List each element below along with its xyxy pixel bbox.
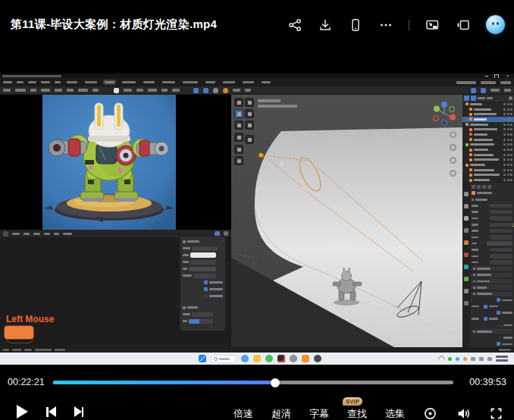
settings-icon[interactable] [423, 406, 437, 420]
decor-blob [498, 324, 502, 328]
outliner-row[interactable] [462, 162, 514, 168]
assistant-avatar[interactable] [486, 15, 505, 34]
outliner-row[interactable] [462, 107, 514, 112]
outliner-row[interactable] [462, 102, 514, 107]
property-tab-icon[interactable] [464, 216, 469, 221]
outliner-row[interactable] [462, 117, 514, 122]
taskbar-app-icon[interactable] [290, 355, 297, 362]
property-tab-icon[interactable] [464, 301, 469, 306]
fullscreen-icon[interactable] [489, 406, 503, 420]
phone-icon[interactable] [348, 17, 363, 33]
decor-blob [503, 158, 506, 161]
decor-blob [83, 80, 99, 85]
download-icon[interactable] [318, 17, 333, 33]
outliner-row[interactable] [462, 152, 514, 158]
speed-button[interactable]: 倍速 [233, 407, 253, 420]
viewport-tool-button[interactable] [234, 98, 243, 107]
outliner-row[interactable] [462, 111, 514, 117]
hand-icon[interactable] [450, 144, 456, 151]
outliner-panel [462, 95, 514, 182]
property-tab-icon[interactable] [464, 204, 469, 208]
windows-start-icon[interactable] [199, 355, 206, 362]
property-tab-icon[interactable] [464, 192, 469, 196]
nav-gizmo[interactable] [431, 101, 458, 127]
decor-blob [507, 118, 509, 121]
prev-icon[interactable] [46, 406, 56, 417]
popover-row [183, 318, 223, 324]
outliner-row[interactable] [462, 147, 514, 152]
decor-blob [203, 88, 208, 93]
viewport-tool-button[interactable] [234, 156, 243, 165]
decor-blob [474, 174, 500, 176]
taskbar-app-icon[interactable] [302, 355, 309, 362]
outliner-row[interactable] [462, 168, 514, 173]
progress-handle[interactable] [271, 378, 280, 387]
outliner-row[interactable] [462, 122, 514, 127]
viewport-tool-button[interactable] [245, 121, 254, 130]
outliner-row[interactable] [462, 132, 514, 137]
decor-blob [209, 288, 223, 290]
play-icon[interactable] [17, 405, 28, 418]
decor-blob [510, 179, 512, 181]
outliner-row[interactable] [462, 173, 514, 178]
progress-bar[interactable] [53, 381, 453, 384]
avatar-eye [492, 22, 494, 25]
viewport-tool-button[interactable] [245, 98, 254, 107]
viewport-tool-button[interactable] [245, 135, 254, 144]
outliner-row[interactable] [462, 127, 514, 132]
pip-icon[interactable] [425, 17, 440, 33]
decor-blob [472, 273, 512, 277]
grid-icon[interactable] [450, 170, 456, 177]
viewport-tool-button[interactable] [234, 121, 243, 130]
viewport-tool-button[interactable] [234, 133, 243, 142]
decor-blob [469, 153, 472, 156]
taskbar-app-icon[interactable] [253, 355, 261, 362]
taskbar-app-icon[interactable] [265, 355, 273, 362]
property-tab-icon[interactable] [464, 252, 469, 257]
decor-blob [183, 313, 190, 315]
decor-blob [503, 108, 506, 111]
dock-window-icon[interactable] [456, 17, 471, 33]
subtitles-button[interactable]: 字幕 [309, 407, 329, 420]
outliner-row[interactable] [462, 137, 514, 143]
property-tab-icon[interactable] [464, 289, 469, 293]
decor-blob [205, 81, 215, 84]
taskbar-app-icon[interactable] [277, 355, 285, 362]
taskbar-app-icon[interactable] [314, 355, 321, 362]
video-frame[interactable]: × [0, 74, 514, 365]
decor-blob [474, 108, 491, 111]
viewport-tool-button[interactable] [234, 109, 243, 118]
share-icon[interactable] [287, 17, 302, 33]
next-icon[interactable] [74, 406, 84, 417]
viewport-tool-button[interactable] [245, 109, 254, 118]
outliner-row[interactable] [462, 143, 514, 148]
volume-icon[interactable] [456, 406, 471, 420]
taskbar-app-icon[interactable] [241, 355, 249, 362]
quality-button[interactable]: 超清 [271, 407, 291, 420]
property-tab-icon[interactable] [464, 240, 469, 245]
property-row [472, 272, 512, 277]
decor-blob [204, 287, 208, 291]
search-button[interactable]: 查找 SVIP [347, 407, 367, 420]
decor-blob [503, 169, 506, 171]
viewport-tool-button[interactable] [234, 145, 243, 154]
decor-blob [15, 89, 26, 92]
decor-blob [63, 233, 72, 235]
property-row [472, 203, 512, 208]
taskbar-search[interactable] [211, 355, 237, 363]
decor-blob [503, 149, 512, 151]
more-icon[interactable] [378, 17, 393, 33]
property-tab-icon[interactable] [464, 277, 469, 281]
property-tab-icon[interactable] [464, 228, 469, 233]
property-tab-icon[interactable] [464, 265, 469, 269]
decor-blob [487, 185, 491, 189]
decor-blob [472, 230, 478, 232]
outliner-row[interactable] [462, 158, 514, 163]
blender-tool-header [0, 86, 514, 95]
decor-blob [456, 357, 459, 361]
magnify-icon[interactable] [450, 131, 456, 138]
property-row [472, 190, 512, 196]
decor-blob [474, 139, 493, 141]
episodes-button[interactable]: 选集 [385, 407, 405, 420]
camera-icon[interactable] [450, 157, 456, 164]
